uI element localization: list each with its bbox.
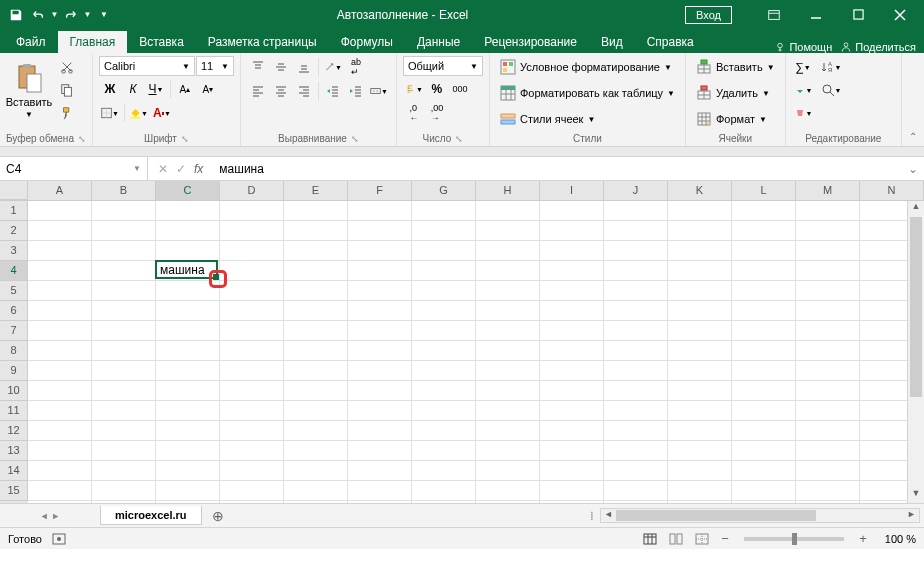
orientation-icon[interactable]: ▼ (322, 56, 344, 78)
decrease-indent-icon[interactable] (322, 80, 344, 102)
align-top-icon[interactable] (247, 56, 269, 78)
italic-button[interactable]: К (122, 78, 144, 100)
currency-icon[interactable]: ▼ (403, 78, 425, 100)
align-bottom-icon[interactable] (293, 56, 315, 78)
login-button[interactable]: Вход (685, 6, 732, 24)
vertical-scrollbar[interactable]: ▲ ▼ (907, 201, 924, 503)
qat-customize-icon[interactable]: ▼ (94, 5, 114, 25)
fx-icon[interactable]: fx (194, 162, 203, 176)
dialog-launcher-icon[interactable]: ⤡ (78, 134, 86, 144)
format-table-button[interactable]: Форматировать как таблицу▼ (496, 82, 679, 104)
sheet-tab[interactable]: microexcel.ru (100, 506, 202, 525)
column-header[interactable]: E (284, 181, 348, 200)
close-icon[interactable] (880, 1, 920, 29)
row-header[interactable]: 3 (0, 241, 28, 261)
expand-formula-icon[interactable]: ⌄ (902, 162, 924, 176)
tab-view[interactable]: Вид (589, 31, 635, 53)
decrease-font-icon[interactable]: A▾ (197, 78, 219, 100)
column-header[interactable]: C (156, 181, 220, 200)
font-name-select[interactable]: Calibri▼ (99, 56, 195, 76)
row-header[interactable]: 14 (0, 461, 28, 481)
select-all-corner[interactable] (0, 181, 28, 200)
undo-icon[interactable] (28, 5, 48, 25)
font-color-icon[interactable]: А▼ (151, 102, 173, 124)
page-break-view-icon[interactable] (692, 530, 712, 548)
page-layout-view-icon[interactable] (666, 530, 686, 548)
horizontal-scrollbar[interactable]: ◄ ► (600, 508, 920, 523)
row-header[interactable]: 8 (0, 341, 28, 361)
underline-button[interactable]: Ч ▼ (145, 78, 167, 100)
column-header[interactable]: M (796, 181, 860, 200)
enter-icon[interactable]: ✓ (176, 162, 186, 176)
fill-color-icon[interactable]: ▼ (128, 102, 150, 124)
bold-button[interactable]: Ж (99, 78, 121, 100)
column-header[interactable]: K (668, 181, 732, 200)
normal-view-icon[interactable] (640, 530, 660, 548)
tab-help[interactable]: Справка (635, 31, 706, 53)
autosum-icon[interactable]: ∑ ▼ (792, 56, 815, 78)
scrollbar-thumb[interactable] (616, 510, 816, 521)
share-button[interactable]: Поделиться (840, 41, 916, 53)
row-header[interactable]: 9 (0, 361, 28, 381)
row-header[interactable]: 2 (0, 221, 28, 241)
tab-review[interactable]: Рецензирование (472, 31, 589, 53)
zoom-level[interactable]: 100 % (876, 533, 916, 545)
column-header[interactable]: G (412, 181, 476, 200)
scroll-left-icon[interactable]: ◄ (601, 509, 616, 522)
row-header[interactable]: 6 (0, 301, 28, 321)
row-header[interactable]: 5 (0, 281, 28, 301)
borders-icon[interactable]: ▼ (99, 102, 121, 124)
align-left-icon[interactable] (247, 80, 269, 102)
minimize-icon[interactable] (796, 1, 836, 29)
cell-styles-button[interactable]: Стили ячеек▼ (496, 108, 599, 130)
sort-filter-icon[interactable]: AЯ▼ (819, 56, 844, 78)
cut-icon[interactable] (56, 56, 78, 78)
number-format-select[interactable]: Общий▼ (403, 56, 483, 76)
tell-me-button[interactable]: Помощн (774, 41, 832, 53)
column-header[interactable]: H (476, 181, 540, 200)
increase-decimal-icon[interactable]: ,0← (403, 102, 425, 124)
redo-icon[interactable] (61, 5, 81, 25)
font-size-select[interactable]: 11▼ (196, 56, 234, 76)
clear-icon[interactable]: ▼ (792, 102, 815, 124)
scrollbar-thumb[interactable] (910, 217, 922, 397)
row-header[interactable]: 7 (0, 321, 28, 341)
delete-cells-button[interactable]: Удалить▼ (692, 82, 774, 104)
row-header[interactable]: 12 (0, 421, 28, 441)
cancel-icon[interactable]: ✕ (158, 162, 168, 176)
merge-icon[interactable]: ▼ (368, 80, 390, 102)
insert-cells-button[interactable]: Вставить▼ (692, 56, 779, 78)
column-header[interactable]: A (28, 181, 92, 200)
column-header[interactable]: D (220, 181, 284, 200)
dialog-launcher-icon[interactable]: ⤡ (351, 134, 359, 144)
add-sheet-button[interactable]: ⊕ (202, 508, 234, 524)
cells-area[interactable]: машина (28, 201, 907, 503)
sheet-nav[interactable]: ◄ ► (0, 511, 100, 521)
conditional-format-button[interactable]: Условное форматирование▼ (496, 56, 676, 78)
wrap-text-icon[interactable]: ab↵ (345, 56, 367, 78)
column-header[interactable]: J (604, 181, 668, 200)
column-header[interactable]: F (348, 181, 412, 200)
column-header[interactable]: B (92, 181, 156, 200)
column-header[interactable]: L (732, 181, 796, 200)
save-icon[interactable] (6, 5, 26, 25)
column-header[interactable]: I (540, 181, 604, 200)
increase-indent-icon[interactable] (345, 80, 367, 102)
percent-icon[interactable]: % (426, 78, 448, 100)
dialog-launcher-icon[interactable]: ⤡ (455, 134, 463, 144)
zoom-in-button[interactable]: + (856, 531, 870, 546)
row-header[interactable]: 1 (0, 201, 28, 221)
name-box[interactable]: C4▼ (0, 157, 148, 180)
qat-dropdown-icon[interactable]: ▼ (83, 5, 92, 25)
tab-layout[interactable]: Разметка страницы (196, 31, 329, 53)
macro-record-icon[interactable] (52, 532, 66, 546)
ribbon-options-icon[interactable] (754, 1, 794, 29)
decrease-decimal-icon[interactable]: ,00→ (426, 102, 448, 124)
format-painter-icon[interactable] (56, 102, 78, 124)
tab-home[interactable]: Главная (58, 31, 128, 53)
align-middle-icon[interactable] (270, 56, 292, 78)
scroll-right-icon[interactable]: ► (904, 509, 919, 522)
tab-formulas[interactable]: Формулы (329, 31, 405, 53)
maximize-icon[interactable] (838, 1, 878, 29)
paste-button[interactable]: Вставить ▼ (6, 56, 52, 124)
